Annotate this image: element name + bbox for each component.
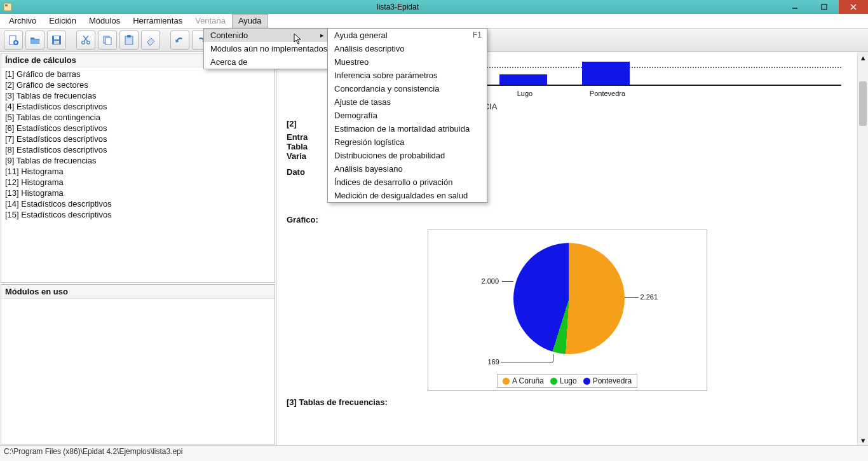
list-item[interactable]: [3] Tablas de frecuencias <box>4 90 272 101</box>
panel-index: Índice de cálculos [1] Gráfico de barras… <box>1 53 275 283</box>
pie-body <box>513 243 625 354</box>
menu-herramientas[interactable]: Herramientas <box>126 14 189 28</box>
menu-ventana[interactable]: Ventana <box>189 14 232 28</box>
svg-rect-0 <box>4 3 11 11</box>
list-item[interactable]: [14] Estadísticos descriptivos <box>4 198 272 209</box>
dd2-analisis-descriptivo[interactable]: Análisis descriptivo <box>328 42 487 55</box>
pie-value-a: 2.261 <box>641 293 658 301</box>
svg-rect-20 <box>127 35 131 38</box>
toolbar-erase[interactable] <box>141 31 160 50</box>
dd2-distribuciones[interactable]: Distribuciones de probabilidad <box>328 149 487 162</box>
toolbar-cut[interactable] <box>76 31 95 50</box>
app-icon <box>3 2 13 12</box>
modules-list[interactable] <box>1 299 275 444</box>
list-item[interactable]: [11] Histograma <box>4 166 272 177</box>
pie-value-b: 2.000 <box>482 277 499 285</box>
list-item[interactable]: [5] Tablas de contingencia <box>4 112 272 123</box>
svg-line-16 <box>83 36 88 41</box>
toolbar-paste[interactable] <box>119 31 139 50</box>
menu-edicion[interactable]: Edición <box>43 14 83 28</box>
submenu-arrow-icon: ▸ <box>320 31 324 39</box>
maximize-button[interactable] <box>810 0 839 14</box>
legend-label: A Coruña <box>512 376 544 385</box>
list-item[interactable]: [9] Tablas de frecuencias <box>4 155 272 166</box>
variable-label: Varia <box>287 151 306 161</box>
section3-title: [3] Tablas de frecuencias: <box>287 397 848 407</box>
list-item[interactable]: [2] Gráfico de sectores <box>4 79 272 90</box>
dd2-mortalidad[interactable]: Estimacion de la mortalidad atribuida <box>328 122 487 135</box>
statusbar: C:\Program Files (x86)\Epidat 4.2\Ejempl… <box>0 445 868 461</box>
datos-label: Dato <box>287 167 305 177</box>
list-item[interactable]: [15] Estadísticos descriptivos <box>4 209 272 220</box>
bar-lugo <box>499 74 547 85</box>
svg-rect-18 <box>105 38 111 45</box>
legend-label: Pontevedra <box>593 376 632 385</box>
pie-value-c: 169 <box>488 358 499 366</box>
svg-rect-12 <box>54 41 59 44</box>
window-title: lista3-Epidat <box>15 3 780 11</box>
index-list[interactable]: [1] Gráfico de barras [2] Gráfico de sec… <box>1 67 275 282</box>
swatch-pontevedra <box>583 378 590 385</box>
statusbar-path: C:\Program Files (x86)\Epidat 4.2\Ejempl… <box>4 447 182 456</box>
dd2-regresion[interactable]: Regresión logística <box>328 135 487 149</box>
list-item[interactable]: [7] Estadísticos descriptivos <box>4 134 272 144</box>
entradas-label: Entra <box>287 132 308 142</box>
dd2-ayuda-general[interactable]: Ayuda generalF1 <box>328 29 487 42</box>
panel-modules-title: Módulos en uso <box>1 285 275 299</box>
svg-rect-11 <box>54 36 59 39</box>
pie-chart: 2.261 2.000 169 A Coruña Lugo Pontevedra <box>428 230 707 391</box>
svg-rect-3 <box>822 4 827 10</box>
dd-contenido[interactable]: Contenido▸ <box>204 29 328 42</box>
scroll-down-icon[interactable]: ▾ <box>858 435 868 445</box>
menu-archivo[interactable]: Archivo <box>3 14 43 28</box>
legend-label: Lugo <box>560 376 577 385</box>
toolbar-save[interactable] <box>47 31 66 50</box>
left-pane: Índice de cálculos [1] Gráfico de barras… <box>0 52 276 445</box>
toolbar-new[interactable] <box>4 31 23 50</box>
ayuda-dropdown[interactable]: Contenido▸ Módulos aún no implementados … <box>203 28 329 69</box>
dd2-desigualdades[interactable]: Medición de desigualdades en salud <box>328 189 487 202</box>
shortcut-label: F1 <box>473 31 482 39</box>
list-item[interactable]: [12] Histograma <box>4 177 272 188</box>
swatch-lugo <box>550 378 557 385</box>
panel-modules: Módulos en uso <box>1 284 275 444</box>
dd-acerca-de[interactable]: Acerca de <box>204 55 328 69</box>
swatch-acoruna <box>503 378 510 385</box>
menu-modulos[interactable]: Módulos <box>83 14 126 28</box>
vertical-scrollbar[interactable]: ▴ ▾ <box>857 52 868 445</box>
dd2-concordancia[interactable]: Concordancia y consistencia <box>328 82 487 95</box>
grafico-label: Gráfico: <box>287 215 848 224</box>
tabla-label: Tabla <box>287 142 308 151</box>
list-item[interactable]: [4] Estadísticos descriptivos <box>4 101 272 112</box>
list-item[interactable]: [6] Estadísticos descriptivos <box>4 123 272 134</box>
list-item[interactable]: [1] Gráfico de barras <box>4 69 272 79</box>
dd2-inferencia[interactable]: Inferencia sobre parámetros <box>328 69 487 82</box>
dd2-muestreo[interactable]: Muestreo <box>328 55 487 69</box>
bar-chart-partial: Lugo Pontevedra PROVINCIA <box>452 57 841 111</box>
bar-label: Lugo <box>487 90 563 97</box>
dd2-bayesiano[interactable]: Análisis bayesiano <box>328 162 487 175</box>
dd2-ajuste-tasas[interactable]: Ajuste de tasas <box>328 95 487 109</box>
minimize-button[interactable] <box>780 0 810 14</box>
scroll-thumb[interactable] <box>859 81 867 126</box>
menubar: Archivo Edición Módulos Herramientas Ven… <box>0 14 868 29</box>
bar-pontevedra <box>582 62 630 85</box>
svg-point-13 <box>82 41 85 45</box>
dd-modulos-no-impl[interactable]: Módulos aún no implementados <box>204 42 328 55</box>
scroll-up-icon[interactable]: ▴ <box>858 52 868 62</box>
menu-ayuda[interactable]: Ayuda <box>232 14 268 28</box>
toolbar-copy[interactable] <box>98 31 117 50</box>
toolbar-undo[interactable] <box>170 31 189 50</box>
close-button[interactable] <box>839 0 868 14</box>
pie-legend: A Coruña Lugo Pontevedra <box>497 374 637 388</box>
contenido-submenu[interactable]: Ayuda generalF1 Análisis descriptivo Mue… <box>327 28 487 203</box>
titlebar: lista3-Epidat <box>0 0 868 14</box>
list-item[interactable]: [13] Histograma <box>4 188 272 198</box>
dd2-demografia[interactable]: Demografía <box>328 109 487 122</box>
svg-line-15 <box>84 36 88 41</box>
toolbar-open[interactable] <box>25 31 44 50</box>
bar-label: Pontevedra <box>569 90 646 97</box>
list-item[interactable]: [8] Estadísticos descriptivos <box>4 144 272 155</box>
svg-point-14 <box>87 41 90 45</box>
dd2-indices[interactable]: Índices de desarrollo o privación <box>328 175 487 189</box>
